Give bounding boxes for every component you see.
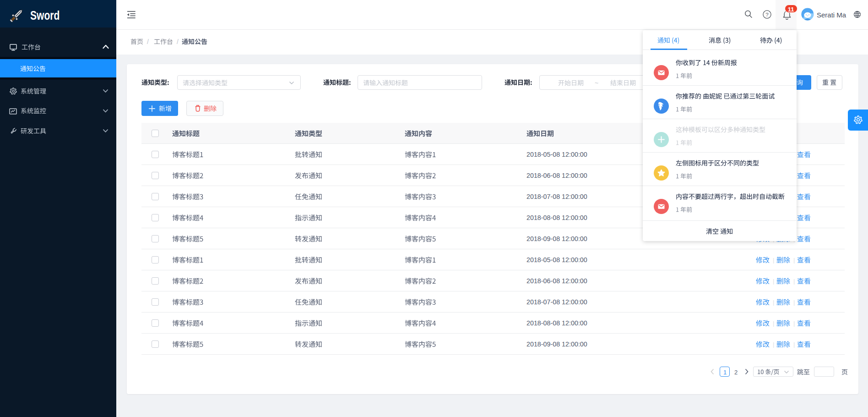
svg-text:?: ? xyxy=(765,12,768,17)
